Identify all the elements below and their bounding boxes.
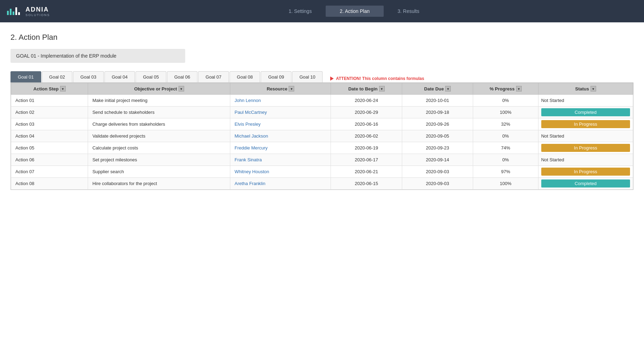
date-due-cell: 2020-09-05 [402,130,473,142]
action-step-cell: Action 07 [11,166,88,178]
resource-link[interactable]: John Lennon [234,98,261,103]
status-badge: Completed [541,179,630,188]
objective-cell: Supplier search [88,166,230,178]
resource-cell: Frank Sinatra [230,154,331,166]
goal-tab-3[interactable]: Goal 03 [73,71,104,82]
resource-cell: Aretha Franklin [230,178,331,190]
col-header-date-due: Date Due ▼ [402,83,473,95]
date-begin-cell: 2020-06-19 [331,142,402,154]
action-step-dropdown[interactable]: ▼ [60,86,66,91]
objective-cell: Charge deliveries from stakeholders [88,118,230,130]
goal-tab-10[interactable]: Goal 10 [292,71,323,82]
resource-cell: John Lennon [230,95,331,106]
date-due-cell: 2020-09-18 [402,106,473,118]
action-step-cell: Action 08 [11,178,88,190]
date-begin-dropdown[interactable]: ▼ [379,86,385,91]
resource-link[interactable]: Frank Sinatra [234,157,262,162]
goal-tab-6[interactable]: Goal 06 [167,71,198,82]
logo-text-group: ADNIA SOLUTIONS [26,6,50,17]
status-cell: In Progress [538,142,633,154]
date-begin-cell: 2020-06-02 [331,130,402,142]
attention-note: ATTENTION! This column contains formulas [330,76,424,82]
table-row: Action 07 Supplier search Whitney Housto… [11,166,633,178]
resource-cell: Michael Jackson [230,130,331,142]
resource-link[interactable]: Paul McCartney [234,110,267,115]
resource-cell: Whitney Houston [230,166,331,178]
logo-name: ADNIA [26,6,49,13]
col-header-resource: Resource ▼ [230,83,331,95]
resource-link[interactable]: Elvis Presley [234,122,260,127]
goal-tab-5[interactable]: Goal 05 [136,71,166,82]
goal-tab-4[interactable]: Goal 04 [104,71,135,82]
action-step-cell: Action 02 [11,106,88,118]
action-plan-table-wrapper: Action Step ▼ Objective or Project ▼ Res… [10,82,634,190]
action-step-cell: Action 01 [11,95,88,106]
action-step-cell: Action 05 [11,142,88,154]
status-cell: In Progress [538,118,633,130]
resource-cell: Freddie Mercury [230,142,331,154]
resource-cell: Elvis Presley [230,118,331,130]
status-cell: Completed [538,178,633,190]
tab-settings[interactable]: 1. Settings [275,6,326,17]
date-due-cell: 2020-09-03 [402,166,473,178]
objective-cell: Validate delivered projects [88,130,230,142]
col-header-status: Status ▼ [538,83,633,95]
date-begin-cell: 2020-06-29 [331,106,402,118]
page-title: 2. Action Plan [10,33,634,42]
status-cell: Not Started [538,130,633,142]
date-due-dropdown[interactable]: ▼ [445,86,451,91]
progress-cell: 100% [473,106,538,118]
status-badge: In Progress [541,144,630,152]
tab-action-plan[interactable]: 2. Action Plan [326,6,384,17]
nav-tabs: 1. Settings 2. Action Plan 3. Results [71,6,637,17]
progress-cell: 0% [473,95,538,106]
date-due-cell: 2020-09-26 [402,118,473,130]
resource-link[interactable]: Michael Jackson [234,133,268,139]
objective-cell: Hire collaborators for the project [88,178,230,190]
objective-cell: Make initial project meeting [88,95,230,106]
progress-cell: 0% [473,130,538,142]
objective-dropdown[interactable]: ▼ [179,86,184,91]
logo-subtitle: SOLUTIONS [26,13,50,17]
goal-tab-9[interactable]: Goal 09 [261,71,291,82]
resource-link[interactable]: Whitney Houston [234,169,269,174]
status-dropdown[interactable]: ▼ [591,86,596,91]
resource-link[interactable]: Freddie Mercury [234,145,268,150]
table-row: Action 06 Set project milestones Frank S… [11,154,633,166]
arrow-icon [330,76,334,81]
date-begin-cell: 2020-06-21 [331,166,402,178]
navigation-bar: ADNIA SOLUTIONS 1. Settings 2. Action Pl… [0,0,644,22]
progress-cell: 0% [473,154,538,166]
table-row: Action 04 Validate delivered projects Mi… [11,130,633,142]
tab-results[interactable]: 3. Results [384,6,433,17]
resource-cell: Paul McCartney [230,106,331,118]
col-header-date-begin: Date to Begin ▼ [331,83,402,95]
progress-cell: 74% [473,142,538,154]
date-due-cell: 2020-09-23 [402,142,473,154]
col-header-objective: Objective or Project ▼ [88,83,230,95]
action-step-cell: Action 06 [11,154,88,166]
goal-tab-8[interactable]: Goal 08 [230,71,260,82]
progress-dropdown[interactable]: ▼ [516,86,522,91]
table-row: Action 01 Make initial project meeting J… [11,95,633,106]
goal-tab-7[interactable]: Goal 07 [198,71,229,82]
goal-tabs-row: Goal 01 Goal 02 Goal 03 Goal 04 Goal 05 … [10,71,634,82]
resource-dropdown[interactable]: ▼ [289,86,294,91]
status-cell: In Progress [538,166,633,178]
resource-link[interactable]: Aretha Franklin [234,181,265,186]
goal-tab-1[interactable]: Goal 01 [10,71,41,82]
date-begin-cell: 2020-06-17 [331,154,402,166]
table-row: Action 03 Charge deliveries from stakeho… [11,118,633,130]
date-begin-cell: 2020-06-15 [331,178,402,190]
action-step-cell: Action 03 [11,118,88,130]
status-badge: Completed [541,108,630,116]
table-row: Action 05 Calculate project costs Freddi… [11,142,633,154]
date-begin-cell: 2020-06-16 [331,118,402,130]
main-content: 2. Action Plan GOAL 01 - Implementation … [0,22,644,200]
goal-tab-2[interactable]: Goal 02 [42,71,73,82]
date-due-cell: 2020-10-01 [402,95,473,106]
objective-cell: Calculate project costs [88,142,230,154]
status-cell: Not Started [538,154,633,166]
status-badge: Not Started [541,133,564,139]
status-badge: In Progress [541,168,630,176]
